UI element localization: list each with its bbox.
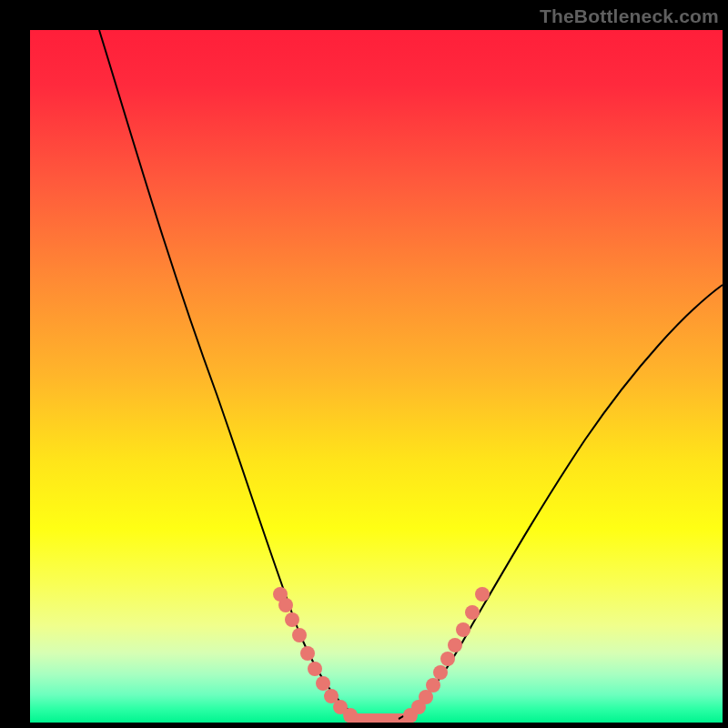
data-dot [300, 646, 315, 661]
watermark-text: TheBottleneck.com [540, 5, 719, 27]
data-dot [343, 708, 358, 723]
chart-frame: TheBottleneck.com [0, 0, 728, 728]
data-dot [426, 678, 440, 693]
data-dot [433, 665, 448, 680]
data-dot [278, 598, 293, 612]
left-curve [99, 30, 362, 719]
data-dot [465, 605, 480, 620]
data-dot [316, 676, 330, 691]
curves-layer [30, 30, 723, 723]
plot-area [30, 30, 723, 723]
data-dot [448, 638, 462, 652]
data-dot [456, 622, 470, 637]
data-dot [308, 662, 322, 676]
data-dot [440, 652, 455, 666]
data-dot [292, 628, 307, 642]
data-dot [285, 612, 299, 627]
data-dot [475, 587, 490, 602]
